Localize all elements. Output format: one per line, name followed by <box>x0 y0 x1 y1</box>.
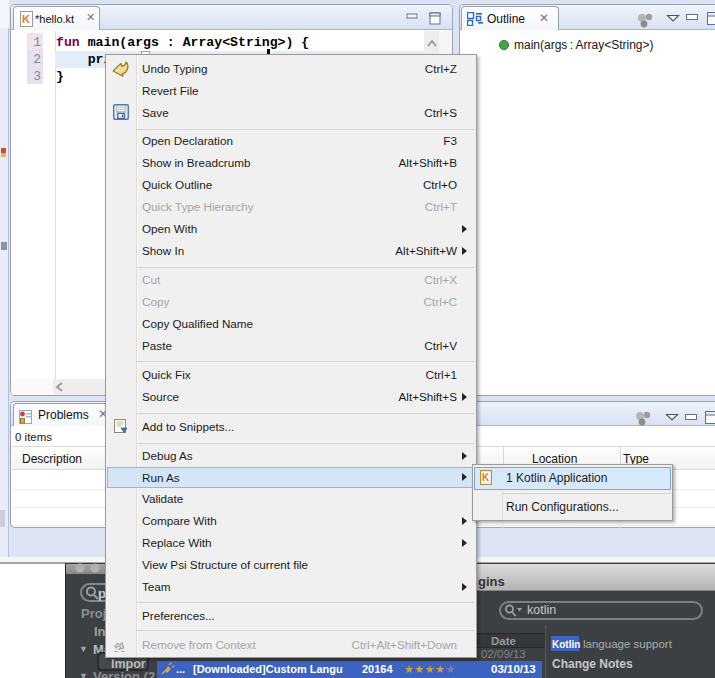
svg-text:K: K <box>22 13 30 25</box>
svg-text:K: K <box>482 472 490 483</box>
